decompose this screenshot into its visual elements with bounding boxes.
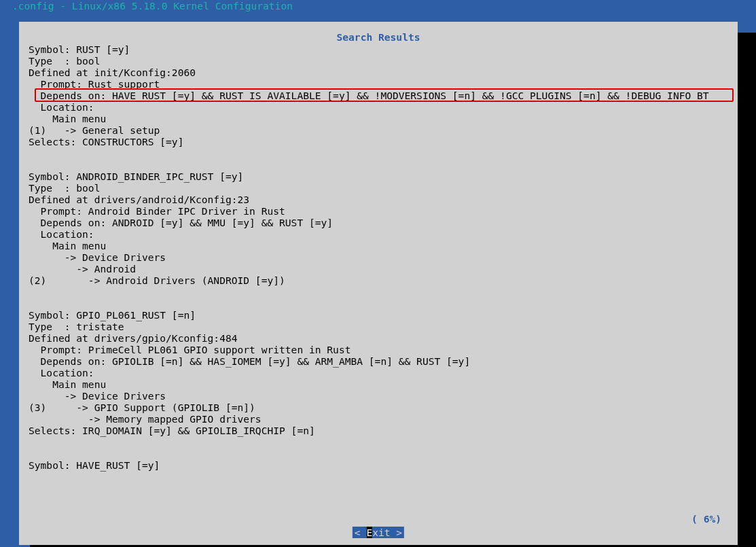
result-line: Location: Main menu -> Device Drivers ->… — [29, 228, 285, 286]
result-line: Symbol: RUST [=y] — [29, 43, 130, 55]
exit-button[interactable]: < Exit > — [353, 527, 404, 538]
result-line: Type : tristate — [29, 321, 124, 332]
result-line: Location: Main menu (1) -> General setup — [29, 101, 160, 136]
result-line: Prompt: PrimeCell PL061 GPIO support wri… — [29, 344, 350, 355]
result-line: Depends on: ANDROID [=y] && MMU [=y] && … — [29, 217, 333, 228]
result-line: Type : bool — [29, 182, 100, 194]
result-line: Selects: CONSTRUCTORS [=y] — [29, 136, 183, 147]
search-results-panel: Search Results Symbol: RUST [=y] Type : … — [19, 22, 738, 545]
terminal-background: .config - Linux/x86 5.18.0 Kernel Config… — [0, 0, 756, 547]
result-line: Symbol: HAVE_RUST [=y] — [29, 459, 160, 471]
config-title-line: .config - Linux/x86 5.18.0 Kernel Config… — [12, 0, 293, 12]
result-line: Prompt: Android Binder IPC Driver in Rus… — [29, 205, 285, 217]
result-line: Depends on: GPIOLIB [=n] && HAS_IOMEM [=… — [29, 355, 470, 367]
result-line: Defined at drivers/android/Kconfig:23 — [29, 194, 249, 205]
button-bracket: < — [355, 527, 367, 538]
result-line: Defined at drivers/gpio/Kconfig:484 — [29, 332, 238, 344]
button-label-tail: xit > — [372, 527, 402, 538]
result-line: Location: Main menu -> Device Drivers (3… — [29, 367, 262, 425]
result-line: Symbol: GPIO_PL061_RUST [=n] — [29, 309, 196, 321]
result-line: Selects: IRQ_DOMAIN [=y] && GPIOLIB_IRQC… — [29, 425, 315, 436]
panel-title: Search Results — [19, 31, 738, 43]
scroll-percent: ( 6%) — [691, 513, 721, 525]
result-line: Prompt: Rust support — [29, 78, 160, 90]
result-line: Type : bool — [29, 55, 100, 67]
result-line: Depends on: HAVE_RUST [=y] && RUST_IS_AV… — [29, 90, 709, 101]
result-line: Defined at init/Kconfig:2060 — [29, 67, 196, 78]
results-content[interactable]: Symbol: RUST [=y] Type : bool Defined at… — [29, 43, 728, 523]
result-line: Symbol: ANDROID_BINDER_IPC_RUST [=y] — [29, 171, 243, 182]
